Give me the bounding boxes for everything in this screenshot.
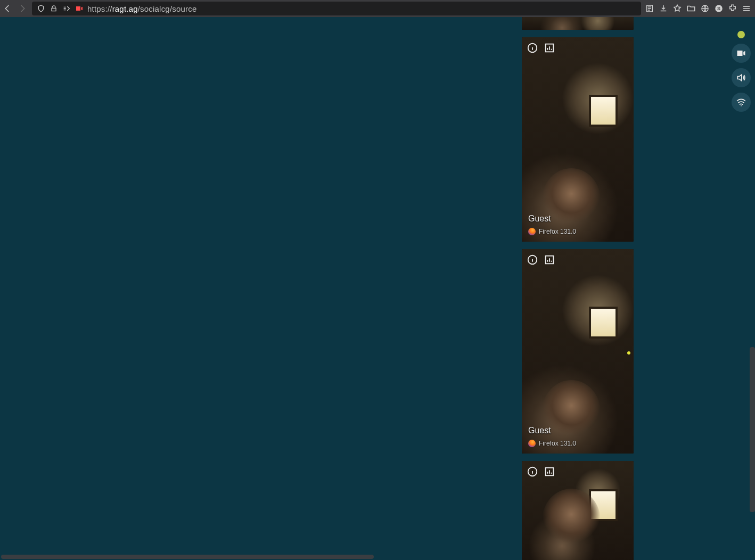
grid-globe-icon[interactable] <box>699 2 711 15</box>
reader-icon[interactable] <box>643 2 656 15</box>
speaker-toggle-button[interactable] <box>732 68 751 87</box>
folder-icon[interactable] <box>685 2 697 15</box>
video-feed-detail <box>589 307 618 339</box>
speaking-indicator <box>627 351 630 355</box>
toolbar-right: S <box>643 2 753 15</box>
camera-blocked-icon[interactable] <box>75 4 84 13</box>
s-circle-icon[interactable]: S <box>712 2 725 15</box>
stats-icon[interactable] <box>543 465 556 478</box>
info-icon[interactable] <box>526 253 539 266</box>
back-button[interactable] <box>0 1 15 16</box>
info-icon[interactable] <box>526 465 539 478</box>
floating-controls <box>732 31 751 112</box>
participant-meta: Firefox 131.0 <box>528 228 576 235</box>
info-icon[interactable] <box>526 42 539 54</box>
video-tile[interactable]: GuestFirefox 131.0 <box>522 37 634 242</box>
menu-icon[interactable] <box>740 2 753 15</box>
address-bar[interactable]: https://ragt.ag/socialcg/source <box>32 2 641 15</box>
firefox-icon <box>528 228 536 235</box>
tile-top-icons <box>526 465 556 478</box>
video-tile[interactable] <box>522 461 634 560</box>
video-feed <box>522 17 634 30</box>
camera-toggle-button[interactable] <box>732 44 751 63</box>
download-icon[interactable] <box>657 2 670 15</box>
browser-toolbar: https://ragt.ag/socialcg/source S <box>0 0 755 17</box>
network-button[interactable] <box>732 93 751 112</box>
forward-button[interactable] <box>15 1 30 16</box>
url-domain: ragt.ag <box>112 4 138 13</box>
extensions-icon[interactable] <box>726 2 739 15</box>
tile-top-icons <box>526 253 556 266</box>
url-path: /socialcg/source <box>138 4 197 13</box>
participant-meta: Firefox 131.0 <box>528 440 576 447</box>
permissions-icon[interactable] <box>62 4 71 13</box>
stats-icon[interactable] <box>543 42 556 54</box>
video-tile[interactable]: GuestFirefox 131.0 <box>522 249 634 454</box>
video-feed-detail <box>542 489 601 553</box>
participant-name: Guest <box>528 214 551 224</box>
video-feed-detail <box>589 95 618 127</box>
page-body: GuestFirefox 131.0GuestFirefox 131.0 <box>0 17 755 560</box>
shield-icon[interactable] <box>36 4 46 13</box>
lock-icon[interactable] <box>49 4 59 13</box>
stats-icon[interactable] <box>543 253 556 266</box>
tile-top-icons <box>526 42 556 54</box>
url-pre: https:// <box>87 4 112 13</box>
connection-status-dot <box>737 31 745 38</box>
participant-name: Guest <box>528 426 551 435</box>
horizontal-scrollbar[interactable] <box>1 555 374 559</box>
video-tiles-column: GuestFirefox 131.0GuestFirefox 131.0 <box>522 17 634 560</box>
bookmark-star-icon[interactable] <box>671 2 684 15</box>
firefox-icon <box>528 440 536 447</box>
url-text: https://ragt.ag/socialcg/source <box>87 4 196 13</box>
vertical-scrollbar[interactable] <box>750 347 755 512</box>
video-tile[interactable] <box>522 17 634 30</box>
svg-text:S: S <box>717 6 720 11</box>
browser-version: Firefox 131.0 <box>539 228 576 235</box>
browser-version: Firefox 131.0 <box>539 440 576 447</box>
